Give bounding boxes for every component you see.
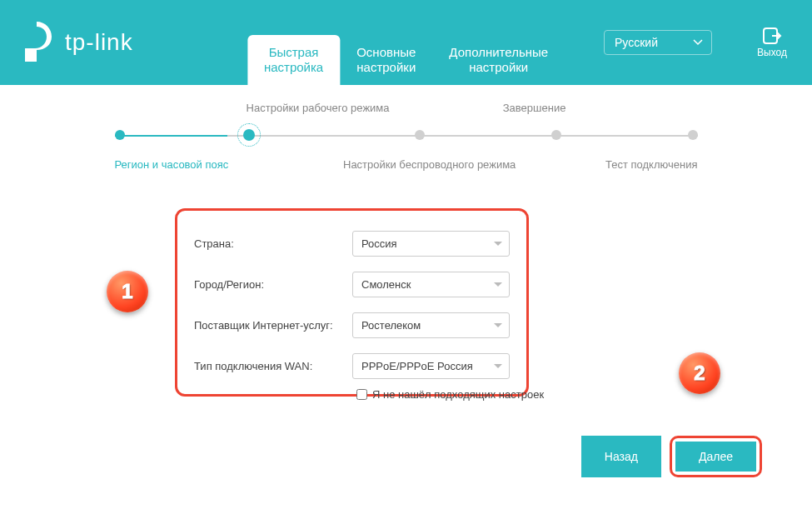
main-tabs: Быстрая настройка Основные настройки Доп…: [247, 35, 565, 85]
step-dot-finish: [551, 130, 561, 140]
city-value: Смоленск: [361, 278, 411, 291]
wan-label: Тип подключения WAN:: [194, 360, 352, 372]
nav-buttons: Назад Далее: [581, 436, 762, 477]
step-dot-region: [115, 130, 125, 140]
isp-value: Ростелеком: [361, 319, 421, 332]
wan-value: PPPoE/PPPoE Россия: [361, 360, 473, 372]
step-dot-mode: [243, 129, 255, 141]
city-select[interactable]: Смоленск: [352, 272, 510, 297]
step-dot-test: [688, 130, 698, 140]
chevron-down-icon: [494, 364, 502, 369]
brand-text: tp-link: [65, 29, 133, 56]
annotation-marker-1: 1: [107, 271, 148, 312]
chevron-down-icon: [693, 39, 703, 46]
wan-select[interactable]: PPPoE/PPPoE Россия: [352, 353, 510, 379]
tab-basic[interactable]: Основные настройки: [340, 35, 432, 85]
step-region-label: Регион и часовой пояс: [115, 158, 229, 171]
chevron-down-icon: [494, 282, 502, 287]
not-found-label: Я не нашёл подходящих настроек: [372, 388, 544, 401]
city-label: Город/Регион:: [194, 278, 352, 291]
country-label: Страна:: [194, 237, 352, 250]
exit-label: Выход: [757, 47, 787, 58]
country-value: Россия: [361, 237, 397, 250]
step-dot-wireless: [415, 130, 425, 140]
step-mode-label: Настройки рабочего режима: [247, 102, 390, 114]
tab-advanced[interactable]: Дополнительные настройки: [432, 35, 565, 85]
progress-stepper: Настройки рабочего режима Завершение Рег…: [115, 110, 698, 134]
isp-select[interactable]: Ростелеком: [352, 312, 510, 338]
tab-quick-setup[interactable]: Быстрая настройка: [247, 35, 340, 85]
language-value: Русский: [615, 36, 658, 49]
language-select[interactable]: Русский: [604, 30, 712, 55]
chevron-down-icon: [494, 323, 502, 328]
form-highlight-box: Страна: Россия Город/Регион: Смоленск По…: [175, 208, 529, 397]
chevron-down-icon: [494, 242, 502, 247]
back-button[interactable]: Назад: [581, 436, 661, 477]
step-finish-label: Завершение: [503, 102, 566, 114]
not-found-checkbox[interactable]: [356, 389, 367, 400]
brand-logo: tp-link: [25, 22, 133, 63]
next-button[interactable]: Далее: [675, 442, 756, 472]
next-highlight-box: Далее: [670, 436, 762, 477]
annotation-marker-2: 2: [679, 352, 720, 394]
step-test-label: Тест подключения: [605, 158, 697, 171]
header: tp-link Быстрая настройка Основные настр…: [0, 0, 812, 85]
country-select[interactable]: Россия: [352, 231, 510, 257]
exit-icon: [762, 27, 782, 45]
isp-label: Поставщик Интернет-услуг:: [194, 319, 352, 332]
exit-button[interactable]: Выход: [757, 27, 787, 58]
step-wireless-label: Настройки беспроводного режима: [343, 158, 516, 171]
not-found-checkbox-row[interactable]: Я не нашёл подходящих настроек: [356, 388, 544, 401]
tplink-icon: [25, 22, 58, 63]
